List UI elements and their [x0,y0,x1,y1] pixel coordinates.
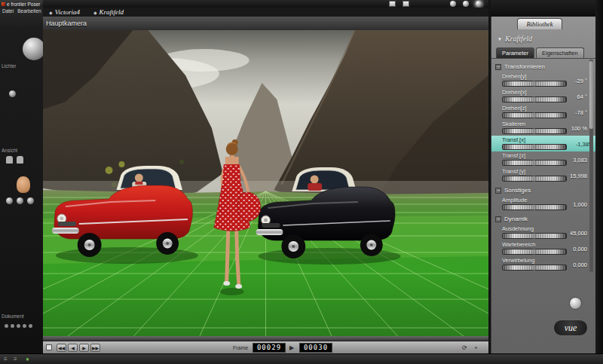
light-control-sphere[interactable] [23,38,43,60]
menu-datei[interactable]: Datei [2,8,14,14]
face-camera-icon[interactable] [17,176,30,193]
param-group-header[interactable]: − Dynamik [495,214,592,224]
param-group-title: Dynamik [504,216,528,222]
param-dial[interactable] [502,112,567,118]
param-value[interactable]: -78 ° [575,109,587,116]
play-button[interactable]: ▶ [79,344,89,352]
param-label: Verwirbelung [502,257,534,264]
orbit-control-2[interactable] [17,197,23,204]
trackball-knob[interactable] [569,297,582,310]
orbit-control-3[interactable] [27,197,34,204]
param-value[interactable]: -29 ° [575,78,587,84]
document-style-dot-5[interactable] [29,324,32,328]
actor-selector-figure[interactable]: ◆ Victoria4 [49,8,80,16]
param-row: Verwirbelung 0,000 [491,256,592,272]
menu-icon[interactable]: ≡ [4,356,8,362]
param-dial[interactable] [502,96,567,102]
param-row: Wartebereich 0,000 [491,240,592,256]
step-forward-button[interactable]: ▶▶ [90,344,100,352]
poser-application-window: e frontier Poser Datei Bearbeiten Lichte… [0,0,603,364]
param-dial[interactable] [502,249,567,255]
param-value[interactable]: 45,000 [570,230,587,237]
panel-body: Bibliothek ▼ Kraftfeld Parameter Eigensc… [491,17,595,353]
param-row: Ausdehnung 45,000 [491,225,592,240]
timeline-checkbox[interactable] [46,344,52,350]
orbit-control-1[interactable] [6,197,13,204]
diamond-icon: ◆ [49,10,53,15]
3d-scene[interactable] [43,30,488,336]
step-back-button[interactable]: ◀ [68,344,78,352]
param-row: Drehen[z] -78 ° [491,104,592,120]
param-dial[interactable] [502,204,567,210]
param-row: Transf.[y] 15,998 [491,167,592,183]
frame-separator-icon: ▶ [289,344,294,351]
end-frame-counter[interactable]: 00030 [299,343,332,353]
menu-icon[interactable]: ≡ [14,356,17,362]
light-intensity-knob[interactable] [9,90,16,97]
app-icon [2,2,5,6]
rewind-button[interactable]: ◀◀ [57,344,66,352]
param-value[interactable]: 0,000 [573,262,587,268]
param-dial[interactable] [502,144,567,150]
param-row: Skalieren 100 % [491,120,592,136]
move-hand-icon[interactable] [6,156,13,164]
param-dial[interactable] [502,128,567,134]
param-dial[interactable] [502,160,567,166]
document-style-dot-3[interactable] [17,324,20,328]
param-group-header[interactable]: − Sonstiges [495,185,592,195]
3d-viewport[interactable] [43,30,488,336]
param-group-header[interactable]: − Transformieren [495,62,592,72]
add-keyframe-icon[interactable]: + [474,344,478,351]
left-tool-panel: e frontier Poser Datei Bearbeiten Lichte… [0,0,43,353]
collapse-icon[interactable]: − [495,64,501,70]
param-value[interactable]: 64 ° [577,93,587,100]
loop-icon[interactable]: ⟳ [462,344,467,351]
param-group-title: Sonstiges [504,187,531,194]
param-dial[interactable] [502,176,567,182]
tab-parameter[interactable]: Parameter [496,47,534,58]
panel-scrollbar[interactable] [589,60,593,272]
actor-selector-prop[interactable]: ◆ Kraftfeld [93,8,124,16]
param-dial[interactable] [502,233,567,239]
collapse-icon[interactable]: − [495,188,501,194]
param-dial[interactable] [502,265,567,271]
lit-display-icon[interactable] [463,1,469,7]
param-label: Drehen[z] [502,105,527,112]
menu-bearbeiten[interactable]: Bearbeiten [17,8,41,14]
panel-title-row[interactable]: ▼ Kraftfeld [497,35,532,43]
param-value[interactable]: 100 % [571,125,587,132]
actor-selector-figure-label: Victoria4 [55,8,80,16]
param-label: Drehen[x] [502,89,527,96]
render-preview-icon[interactable] [476,1,482,7]
current-frame-counter[interactable]: 00029 [253,343,286,353]
param-dial[interactable] [502,81,567,87]
rotate-hand-icon[interactable] [17,156,23,164]
actor-selector-bar: ◆ Victoria4 ◆ Kraftfeld [43,8,488,17]
panel-top-strip [491,0,595,17]
window-title-bar[interactable]: e frontier Poser [0,0,43,8]
document-style-dot-1[interactable] [5,324,8,328]
param-value[interactable]: 1,000 [573,201,587,208]
param-row: Transf.[z] 3,083 [491,151,592,167]
param-label: Transf.[z] [502,152,525,159]
param-value[interactable]: 0,000 [573,246,587,252]
document-style-dot-4[interactable] [23,324,26,328]
tab-eigenschaften[interactable]: Eigenschaften [536,47,584,58]
right-window-edge [595,0,603,353]
collapse-icon[interactable]: − [495,216,501,222]
window-title: e frontier Poser [7,2,40,7]
param-value[interactable]: 3,083 [573,157,587,164]
shaded-display-icon[interactable] [450,1,456,7]
param-value[interactable]: 15,998 [570,173,587,179]
vue-logo-button[interactable]: vue [553,320,588,336]
actor-selector-prop-label: Kraftfeld [99,8,124,16]
library-tab[interactable]: Bibliothek [517,18,562,29]
section-label-lights: Lichter [2,63,17,69]
duplicate-document-icon[interactable] [403,1,409,7]
param-label: Ausdehnung [502,225,534,232]
menu-bar: Datei Bearbeiten [0,8,43,14]
scrollbar-handle[interactable] [589,61,593,129]
document-style-dot-2[interactable] [11,324,14,328]
new-document-icon[interactable] [389,1,396,7]
camera-name-label[interactable]: Hauptkamera [46,20,87,27]
